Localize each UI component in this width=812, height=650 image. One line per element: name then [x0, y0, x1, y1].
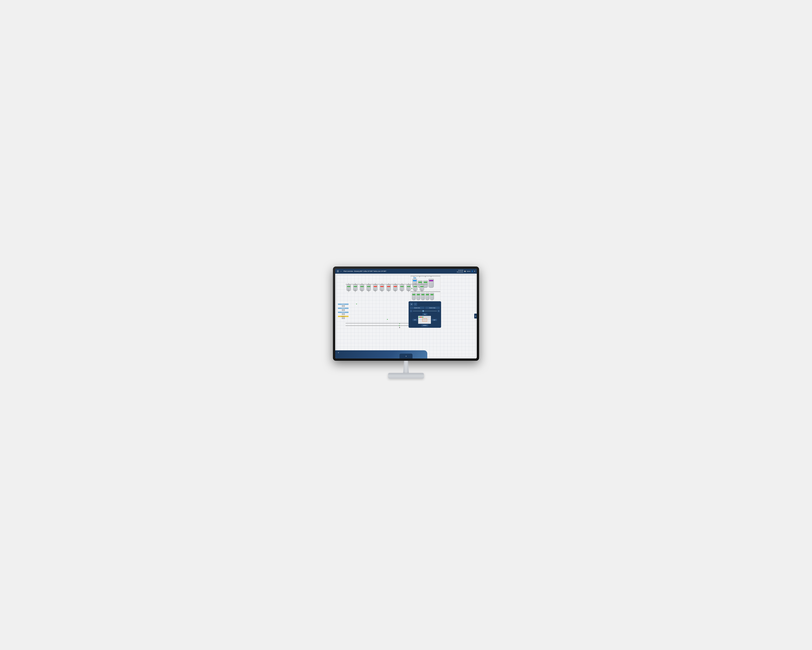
nav-bottom-button[interactable]: bottom — [421, 324, 428, 326]
status-dot-2 — [387, 319, 388, 320]
monitor-stand-neck — [401, 361, 411, 374]
nav-top-button[interactable]: top — [423, 313, 427, 315]
pipe-end — [399, 327, 400, 328]
bottom-bar: ∧ — [335, 350, 427, 358]
zoom-minmax-row: Zoom min. Zoom max. — [410, 307, 440, 309]
topbar: ☰ ← Plant overview - Brewery.BBT Cellar.… — [335, 269, 477, 274]
username: Admin — [467, 271, 470, 272]
zoom-max-button[interactable]: Zoom max. — [425, 307, 440, 309]
main-pipe-h — [346, 284, 427, 284]
zoom-minus-button[interactable]: − — [410, 310, 412, 312]
tank-6[interactable]: BBT — [379, 283, 385, 292]
tank-bot-2 — [417, 293, 420, 300]
diagram-canvas[interactable]: BBT — [336, 275, 476, 357]
zoom-slider[interactable] — [413, 311, 437, 311]
back-icon[interactable]: ← — [340, 270, 342, 272]
bottom-bar-center: ∧ — [400, 353, 412, 358]
nav-left-button[interactable]: left — [413, 319, 417, 321]
tank-8[interactable]: BBT — [392, 283, 398, 292]
plant-area: BBT — [335, 274, 477, 358]
screen: ☰ ← Plant overview - Brewery.BBT Cellar.… — [335, 269, 477, 358]
bottom-arrow-up[interactable]: ∧ — [338, 352, 339, 353]
tank-1[interactable]: BBT — [346, 283, 352, 292]
user-icon[interactable]: 👤 — [472, 271, 473, 272]
tank-10[interactable]: BBT — [406, 283, 412, 292]
tank-5[interactable]: BBT — [372, 283, 379, 292]
zoom-panel: ✛ ☞ Zoom min. Zoom max. − — [409, 301, 441, 328]
tank-7[interactable]: BBT — [386, 283, 392, 292]
monitor-bezel: ☰ ← Plant overview - Brewery.BBT Cellar.… — [335, 269, 477, 358]
tank-9[interactable]: BBT — [399, 283, 405, 292]
main-content: BBT — [335, 274, 477, 358]
monitor-stand-base — [388, 373, 424, 379]
zoom-slider-row: − + — [410, 310, 440, 312]
zoom-min-button[interactable]: Zoom min. — [410, 307, 424, 309]
hand-icon[interactable]: ☞ — [414, 303, 417, 306]
monitor: ☰ ← Plant overview - Brewery.BBT Cellar.… — [333, 266, 479, 384]
process-block-3[interactable]: Process 3 — [338, 312, 348, 315]
page-title: Plant overview - Brewery.BBT Cellar.CIP … — [343, 271, 455, 272]
tank-bot-5 — [430, 293, 434, 300]
tank-4[interactable]: BBT — [366, 283, 372, 292]
side-panel-icon: ⇄ — [475, 315, 476, 317]
minimap-viewport[interactable] — [418, 316, 431, 324]
monitor-body: ☰ ← Plant overview - Brewery.BBT Cellar.… — [333, 266, 479, 361]
tank-bot-3 — [421, 293, 425, 300]
process-block-2[interactable]: Process 2 — [338, 307, 348, 311]
tank-bot-1 — [412, 293, 416, 300]
process-block-4[interactable]: Process 4 — [338, 316, 348, 319]
zoom-slider-thumb[interactable] — [423, 310, 424, 312]
settings-icon[interactable]: ⚙ — [474, 271, 475, 272]
zoom-cursor-icon[interactable]: ✛ — [410, 303, 413, 306]
zoom-plus-button[interactable]: + — [438, 310, 440, 312]
tank-3[interactable]: BBT — [359, 283, 365, 292]
side-panel-toggle[interactable]: ⇄ — [474, 314, 477, 318]
menu-icon[interactable]: ☰ — [337, 270, 339, 272]
tank-2[interactable]: BBT — [352, 283, 359, 292]
bottom-center-arrow[interactable]: ∧ — [406, 355, 407, 357]
main-tanks-row: BBT BBT — [346, 283, 425, 292]
tank-12[interactable]: BBT — [419, 283, 425, 292]
process-block-1[interactable]: Process 1 — [338, 304, 348, 307]
save-icon[interactable]: 💾 — [464, 271, 466, 272]
status-dot-4 — [399, 325, 400, 326]
nav-right-button[interactable]: right — [432, 319, 437, 321]
minimap-indicator — [422, 318, 427, 321]
tank-top-4 — [429, 279, 434, 288]
topbar-time: 16:48:00 28/11/2019 — [457, 269, 463, 273]
topbar-right: 16:48:00 28/11/2019 💾 Admin 👤 ⚙ — [457, 269, 475, 273]
status-dot-1 — [356, 304, 357, 304]
tank-bot-4 — [426, 293, 429, 300]
tank-11[interactable]: BBT — [412, 283, 418, 292]
